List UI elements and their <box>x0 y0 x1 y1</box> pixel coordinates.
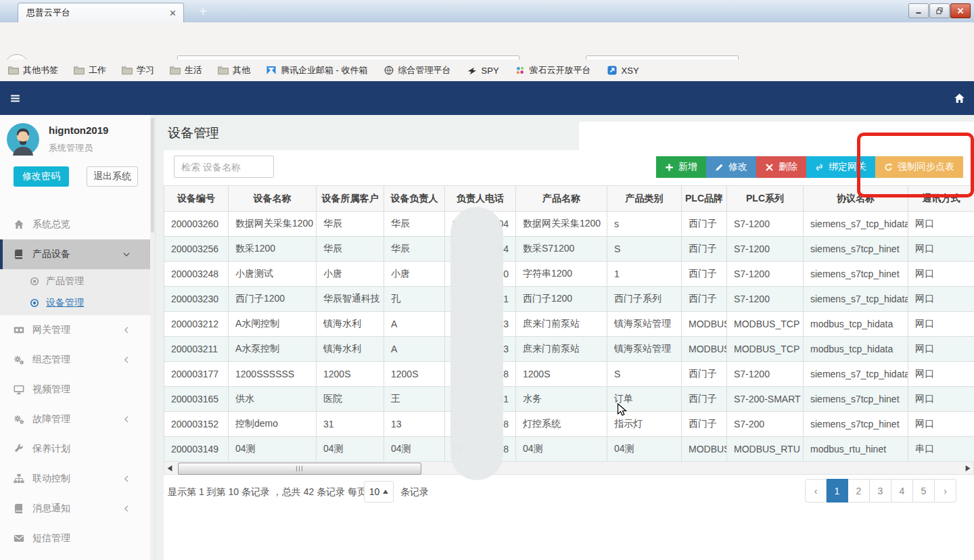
table-row[interactable]: 200003230西门子1200华辰智通科技孔131西门子1200西门子系列西门… <box>164 287 974 312</box>
cell-plc_series: S7-200-SMART <box>727 387 804 412</box>
scroll-right-icon[interactable] <box>965 465 971 471</box>
add-button[interactable]: 新增 <box>656 156 706 178</box>
minimize-button[interactable] <box>908 3 929 18</box>
sidebar-item-overview[interactable]: 系统总览 <box>0 210 151 239</box>
bookmark-label: 学习 <box>137 64 154 76</box>
browser-toolbar: iot.idosp.net/admin/index.html?lang 80% <box>0 22 974 60</box>
table-row[interactable]: 200003212A水闸控制镇海水利A33庶来门前泵站镇海泵站管理MODBUSM… <box>164 312 974 337</box>
cell-product: 水务 <box>516 387 607 412</box>
cell-customer: 华辰 <box>317 212 384 237</box>
sidebar-item-scada-mgmt[interactable]: 组态管理 <box>0 345 151 375</box>
cell-comm: 网口 <box>908 237 974 262</box>
pagination-page-4[interactable]: 4 <box>891 479 913 503</box>
cell-plc_brand: 西门子 <box>682 362 727 387</box>
bookmark-item-other-bookmarks[interactable]: 其他书签 <box>8 64 58 76</box>
table-row[interactable]: 20000314904测04测04测15804测04测MODBUSMODBUS_… <box>164 437 974 462</box>
horizontal-scrollbar[interactable] <box>164 461 974 475</box>
table-row[interactable]: 200003152控制demo311318灯控系统指示灯西门子S7-200sie… <box>164 412 974 437</box>
browser-tab[interactable]: 思普云平台 ✕ <box>18 3 184 22</box>
pagination-page-3[interactable]: 3 <box>870 479 891 503</box>
bookmark-item-spy[interactable]: SPY <box>467 66 499 76</box>
sidebar-subitem-product-mgmt[interactable]: 产品管理 <box>0 271 151 292</box>
restore-button[interactable] <box>929 3 950 18</box>
bookmark-item-xsy[interactable]: XSY <box>607 66 639 76</box>
cell-customer: 医院 <box>317 387 384 412</box>
cell-customer: 镇海水利 <box>317 312 384 337</box>
pagination-prev[interactable]: ‹ <box>805 479 827 503</box>
cell-name: 数据网关采集1200 <box>229 212 317 237</box>
sidebar-collapse-icon[interactable] <box>9 93 21 104</box>
cell-product: 04测 <box>516 437 607 462</box>
sidebar-item-linkage-control[interactable]: 联动控制 <box>0 464 151 494</box>
table-row[interactable]: 200003165供水医院王41水务订单西门子S7-200-SMARTsieme… <box>164 387 974 412</box>
sidebar-item-workshop-mgmt[interactable]: 车间管理 <box>0 553 151 560</box>
avatar <box>7 123 39 156</box>
cell-id: 200003212 <box>164 312 229 337</box>
device-search-input[interactable] <box>174 156 274 178</box>
cell-protocol: siemens_s7tcp_hinet <box>804 262 908 287</box>
bookmark-item-work[interactable]: 工作 <box>74 64 106 76</box>
table-row[interactable]: 200003256数采1200华辰华辰104数采S71200S西门子S7-120… <box>164 237 974 262</box>
per-page-select[interactable]: 10 <box>364 481 394 503</box>
sidebar-scrollbar[interactable] <box>150 115 155 560</box>
pagination-page-5[interactable]: 5 <box>913 479 935 503</box>
pagination-page-1[interactable]: 1 <box>827 479 848 503</box>
tab-close-icon[interactable]: ✕ <box>168 8 178 18</box>
sidebar-item-video-mgmt[interactable]: 视频管理 <box>0 375 151 404</box>
circle-dot-icon <box>30 277 39 286</box>
cell-plc_series: S7-1200 <box>727 237 804 262</box>
pagination-page-2[interactable]: 2 <box>848 479 870 503</box>
cell-category: S <box>607 237 682 262</box>
cell-protocol: siemens_s7tcp_hinet <box>804 412 908 437</box>
chevron-down-icon <box>122 250 131 258</box>
user-name: hignton2019 <box>49 124 108 136</box>
table-header-cell: PLC系列 <box>727 186 804 212</box>
close-button[interactable] <box>950 3 971 18</box>
minimize-icon <box>915 7 922 14</box>
delete-button[interactable]: 删除 <box>756 156 806 178</box>
sidebar-item-message-notify[interactable]: 消息通知 <box>0 494 151 523</box>
sidebar-item-sms-mgmt[interactable]: 短信管理 <box>0 523 151 553</box>
cell-owner: 华辰 <box>384 237 445 262</box>
cell-category: 西门子系列 <box>607 287 682 312</box>
bookmark-label: 萤石云开放平台 <box>530 64 591 76</box>
table-row[interactable]: 2000031771200SSSSSS1200S1200S881200SS西门子… <box>164 362 974 387</box>
cell-comm: 网口 <box>908 262 974 287</box>
bookmark-item-study[interactable]: 学习 <box>122 64 154 76</box>
app-home-icon[interactable] <box>954 93 965 104</box>
pagination: ‹12345› <box>805 479 956 503</box>
bookmark-item-mgmt-platform[interactable]: 综合管理平台 <box>384 64 451 76</box>
cell-plc_series: MODBUS_TCP <box>727 337 804 362</box>
chevron-left-icon <box>122 505 131 513</box>
sidebar-subitem-label: 设备管理 <box>46 297 84 309</box>
new-tab-button[interactable]: + <box>195 4 211 20</box>
cell-comm: 网口 <box>908 362 974 387</box>
logout-button[interactable]: 退出系统 <box>87 166 138 187</box>
table-row[interactable]: 200003260数据网关采集1200华辰华辰104数据网关采集1200s西门子… <box>164 212 974 237</box>
bookmark-label: 其他 <box>233 64 250 76</box>
bookmark-item-misc[interactable]: 其他 <box>218 64 250 76</box>
cell-name: 控制demo <box>229 412 317 437</box>
bookmark-item-life[interactable]: 生活 <box>170 64 202 76</box>
sidebar-item-label: 故障管理 <box>32 413 70 425</box>
sidebar-item-product-device[interactable]: 产品设备 <box>0 239 151 269</box>
cell-customer: 小唐 <box>317 262 384 287</box>
scroll-left-icon[interactable] <box>167 465 172 471</box>
table-header-cell: 产品名称 <box>516 186 607 212</box>
bookmark-item-tencent-mail[interactable]: 腾讯企业邮箱 - 收件箱 <box>266 64 368 76</box>
bookmark-item-ezviz[interactable]: 萤石云开放平台 <box>515 64 591 76</box>
sidebar-item-gateway-mgmt[interactable]: 网关管理 <box>0 315 151 345</box>
sidebar-item-label: 短信管理 <box>32 532 70 544</box>
sidebar-subitem-device-mgmt[interactable]: 设备管理 <box>0 292 151 314</box>
change-password-button[interactable]: 修改密码 <box>14 166 69 187</box>
cell-plc_series: S7-200 <box>727 412 804 437</box>
edit-button[interactable]: 修改 <box>706 156 756 178</box>
sidebar-item-fault-mgmt[interactable]: 故障管理 <box>0 404 151 434</box>
sidebar-item-maintenance-plan[interactable]: 保养计划 <box>0 434 151 464</box>
pagination-next[interactable]: › <box>935 479 956 503</box>
table-row[interactable]: 200003211A水泵控制镇海水利A33庶来门前泵站镇海泵站管理MODBUSM… <box>164 337 974 362</box>
scrollbar-thumb[interactable] <box>178 463 421 475</box>
cell-plc_brand: 西门子 <box>682 262 727 287</box>
table-header-row: 设备编号设备名称设备所属客户设备负责人负责人电话产品名称产品类别PLC品牌PLC… <box>164 186 974 212</box>
table-row[interactable]: 200003248小唐测试小唐小唐10字符串12001西门子S7-1200sie… <box>164 262 974 287</box>
